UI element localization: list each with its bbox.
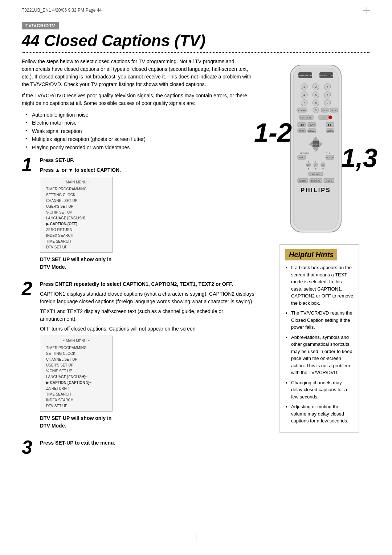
- step-2-number: 2: [22, 279, 35, 298]
- menu-2-title: ~ MAIN MENU ~: [44, 338, 109, 344]
- svg-text:▼: ▼: [315, 168, 317, 170]
- svg-text:STOP: STOP: [299, 130, 305, 132]
- menu-1-item-10: TIME SEARCH: [44, 239, 109, 244]
- right-column: 1-2 1,3 STANDBY·ON OPEN/CLOSE: [269, 58, 370, 462]
- step-1-number: 1: [22, 155, 35, 174]
- dot-separator: [22, 52, 370, 53]
- step-3-block: 3 Press SET-UP to exit the menu.: [22, 438, 258, 457]
- causes-list: Automobile ignition noise Electric motor…: [25, 111, 258, 151]
- svg-text:REC: REC: [322, 117, 326, 119]
- crosshair-top: [363, 7, 370, 14]
- svg-text:◀◀: ◀◀: [300, 123, 304, 126]
- remote-area: 1-2 1,3 STANDBY·ON OPEN/CLOSE: [279, 61, 359, 433]
- bullet-4: Multiplex signal reception (ghosts or sc…: [25, 135, 258, 143]
- section-badge: TV/VCR/DTV: [22, 22, 370, 32]
- file-info: T3221UB_EN1 4/20/06 9:32 PM Page 44: [22, 8, 102, 13]
- step-1-menu: ~ MAIN MENU ~ TIMER PROGRAMMING SETTING …: [40, 177, 113, 253]
- svg-text:6: 6: [326, 93, 328, 97]
- intro-para-2: If the TV/VCR/DVD receives poor quality …: [22, 92, 258, 107]
- menu-1-item-2: SETTING CLOCK: [44, 192, 109, 198]
- hints-title: Helpful Hints: [285, 249, 337, 260]
- svg-text:REC MODE: REC MODE: [301, 117, 312, 119]
- bullet-5: Playing poorly recorded or worn videotap…: [25, 143, 258, 151]
- svg-text:3: 3: [326, 85, 328, 89]
- step-2-content: Press ENTER repeatedly to select CAPTION…: [40, 279, 258, 432]
- svg-text:ENTER: ENTER: [312, 143, 320, 146]
- svg-text:VOL: VOL: [321, 164, 325, 166]
- page-header: T3221UB_EN1 4/20/06 9:32 PM Page 44: [22, 7, 370, 14]
- main-layout: Follow the steps below to select closed …: [22, 58, 370, 462]
- svg-text:8: 8: [315, 101, 317, 105]
- bullet-2: Electric motor noise: [25, 119, 258, 127]
- menu-2-item-3: CHANNEL SET UP: [44, 357, 109, 362]
- svg-text:MODE: MODE: [299, 180, 306, 182]
- step-1-line-1: Press SET-UP.: [40, 157, 258, 164]
- svg-text:STANDBY·ON: STANDBY·ON: [298, 74, 313, 77]
- svg-text:▲: ▲: [315, 161, 317, 163]
- svg-text:4: 4: [303, 93, 305, 97]
- page-title: 44 Closed Captions (TV): [22, 32, 370, 50]
- menu-1-item-3: CHANNEL SET UP: [44, 198, 109, 204]
- left-column: Follow the steps below to select closed …: [22, 58, 258, 462]
- svg-text:CLEAR: CLEAR: [298, 109, 306, 112]
- menu-2-item-6: LANGUAGE [ENGLISH]~: [44, 374, 109, 380]
- svg-text:DISPLAY: DISPLAY: [311, 180, 320, 182]
- svg-text:PIC: PIC: [307, 164, 310, 166]
- svg-text:PHILIPS: PHILIPS: [301, 187, 331, 193]
- menu-1-item-7: CAPTION-[OFF]: [44, 221, 109, 227]
- menu-1-item-5: V-CHIP SET UP: [44, 210, 109, 215]
- menu-2-item-11: DTV SET UP: [44, 403, 109, 409]
- menu-1-title: ~ MAIN MENU ~: [44, 179, 109, 185]
- svg-text:PLAY: PLAY: [309, 123, 315, 126]
- svg-text:TITLE: TITLE: [324, 152, 330, 154]
- content-wrap: TV/VCR/DTV 44 Closed Captions (TV) Follo…: [22, 22, 370, 462]
- svg-text:SELECT: SELECT: [311, 173, 320, 175]
- svg-text:CH: CH: [314, 164, 317, 166]
- step-2-line-2: CAPTION1 displays standard closed captio…: [40, 290, 258, 305]
- menu-2-item-8: ZA RETURN ||||: [44, 386, 109, 392]
- step-2-line-1: Press ENTER repeatedly to select CAPTION…: [40, 280, 258, 288]
- svg-text:SET-UP: SET-UP: [326, 157, 334, 159]
- intro-para-1: Follow the steps below to select closed …: [22, 58, 258, 88]
- bullet-1: Automobile ignition noise: [25, 111, 258, 119]
- step-1-content: Press SET-UP. Press ▲ or ▼ to select CAP…: [40, 155, 258, 273]
- svg-text:9: 9: [326, 101, 328, 105]
- menu-1-item-1: TIMER PROGRAMMING: [44, 186, 109, 192]
- crosshair-bottom: [192, 533, 200, 540]
- svg-text:▼: ▼: [322, 168, 324, 170]
- step-2-dtv-note: DTV SET UP will show only inDTV Mode.: [40, 414, 258, 430]
- hint-2: The TV/VCR/DVD retains the Closed Captio…: [291, 309, 354, 331]
- helpful-hints-box: Helpful Hints If a black box appears on …: [279, 244, 359, 433]
- svg-text:▲: ▲: [322, 161, 324, 163]
- svg-text:▶▶: ▶▶: [328, 123, 332, 126]
- svg-text:7: 7: [303, 101, 305, 105]
- bullet-3: Weak signal reception: [25, 127, 258, 135]
- svg-text:RETURN: RETURN: [300, 152, 309, 154]
- hint-3: Abbreviations, symbols and other grammat…: [291, 334, 354, 376]
- svg-text:5: 5: [315, 93, 317, 97]
- menu-1-item-6: LANGUAGE [ENGLISH]: [44, 215, 109, 221]
- hint-5: Adjusting or muting the volume may delay…: [291, 403, 354, 425]
- step-1-dtv-note: DTV SET UP will show only inDTV Mode.: [40, 256, 258, 271]
- hint-1: If a black box appears on the screen tha…: [291, 264, 354, 307]
- step-label-1-3: 1,3: [341, 145, 377, 171]
- step-3-line-1: Press SET-UP to exit the menu.: [40, 439, 258, 447]
- step-3-content: Press SET-UP to exit the menu.: [40, 438, 258, 449]
- menu-1-item-4: USER'S SET UP: [44, 204, 109, 210]
- step-2-line-3: TEXT1 and TEXT2 display half-screen text…: [40, 308, 258, 323]
- svg-text:▼: ▼: [307, 168, 310, 170]
- step-1-block: 1 Press SET-UP. Press ▲ or ▼ to select C…: [22, 155, 258, 273]
- svg-point-36: [328, 116, 332, 119]
- hint-4: Changing channels may delay closed capti…: [291, 379, 354, 401]
- svg-text:SLOW—: SLOW—: [307, 130, 316, 132]
- step-2-line-4: OFF turns off closed captions. Captions …: [40, 325, 258, 333]
- menu-2-item-2: SETTING CLOCK: [44, 351, 109, 357]
- svg-text:MUTE: MUTE: [326, 180, 332, 182]
- menu-2-item-7: CAPTION-[CAPTION 1]~: [44, 380, 109, 386]
- svg-text:2: 2: [315, 85, 317, 89]
- menu-2-item-9: TIME SEARCH: [44, 392, 109, 397]
- svg-text:+100: +100: [322, 109, 327, 112]
- svg-text:PAUSE: PAUSE: [326, 130, 334, 132]
- menu-1-item-11: DTV SET UP: [44, 244, 109, 250]
- step-1-line-2: Press ▲ or ▼ to select CAPTION.: [40, 166, 258, 174]
